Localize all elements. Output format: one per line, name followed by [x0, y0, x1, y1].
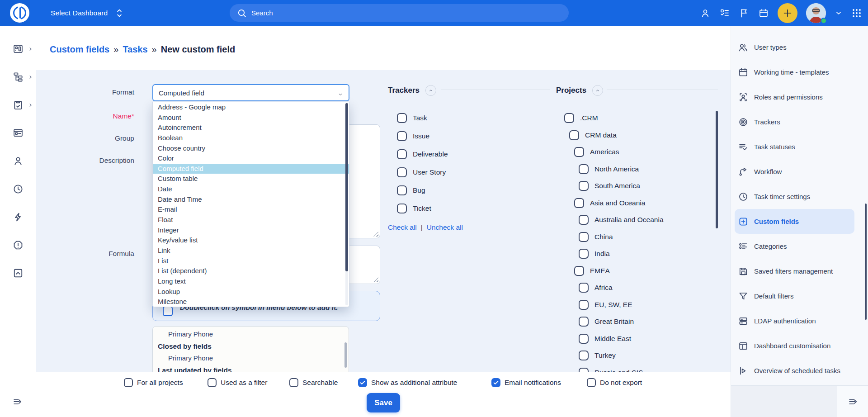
checkbox[interactable]	[574, 147, 584, 157]
tracker-row[interactable]: Deliverable	[397, 149, 448, 159]
sidebar-collapse-button[interactable]	[837, 386, 868, 417]
project-row[interactable]: Australia and Oceania	[579, 215, 664, 225]
sidebar-scrollbar[interactable]	[865, 204, 867, 320]
left-sidebar-item[interactable]	[0, 43, 36, 55]
flag-icon[interactable]	[739, 8, 750, 19]
format-option[interactable]: Key/value list	[153, 235, 349, 246]
checkbox[interactable]	[124, 378, 133, 387]
settings-menu-item[interactable]: Working time - templates	[735, 60, 854, 85]
settings-menu-item[interactable]: Default filters	[735, 284, 854, 308]
project-row[interactable]: China	[579, 232, 664, 242]
field-list-item[interactable]: Primary Phone	[153, 352, 349, 364]
uncheck-all-link[interactable]: Uncheck all	[427, 223, 463, 232]
checkbox[interactable]	[564, 113, 574, 123]
left-sidebar-item[interactable]	[0, 71, 36, 83]
format-option[interactable]: Date	[153, 184, 349, 194]
project-row[interactable]: Middle East	[579, 334, 664, 344]
checkbox[interactable]	[579, 215, 589, 225]
settings-menu-item[interactable]: Custom fields	[735, 209, 854, 234]
checkbox[interactable]	[491, 378, 500, 387]
checkbox[interactable]	[397, 167, 407, 177]
project-row[interactable]: Africa	[579, 283, 664, 293]
settings-menu-item[interactable]: Task timer settings	[735, 184, 854, 209]
project-row[interactable]: North America	[579, 164, 664, 174]
checkbox[interactable]	[569, 130, 579, 140]
trackers-collapse-button[interactable]	[425, 85, 436, 96]
project-row[interactable]: Asia and Oceania	[574, 198, 664, 208]
checkbox[interactable]	[289, 378, 298, 387]
format-option[interactable]: Integer	[153, 225, 349, 236]
settings-menu-item[interactable]: Dashboard customisation	[735, 333, 854, 358]
left-sidebar-item[interactable]	[0, 183, 36, 195]
format-option[interactable]: Address - Google map	[153, 102, 349, 113]
check-all-link[interactable]: Check all	[388, 223, 417, 232]
checkbox[interactable]	[574, 266, 584, 276]
chevron-down-icon[interactable]	[835, 9, 843, 17]
settings-menu-item[interactable]: Overview of scheduled tasks	[735, 358, 854, 383]
checkbox[interactable]	[208, 378, 217, 387]
format-option[interactable]: Autoincrement	[153, 123, 349, 133]
format-select[interactable]: Computed field	[152, 84, 349, 101]
calendar-icon[interactable]	[758, 8, 769, 19]
format-option[interactable]: List (dependent)	[153, 266, 349, 276]
hint-checkbox[interactable]	[163, 306, 173, 316]
left-sidebar-item[interactable]	[0, 239, 36, 251]
settings-menu-item[interactable]: LDAP authentication	[735, 308, 854, 333]
projects-collapse-button[interactable]	[592, 85, 603, 96]
checkbox[interactable]	[579, 317, 589, 327]
format-option[interactable]: Amount	[153, 113, 349, 123]
tracker-row[interactable]: Ticket	[397, 204, 448, 213]
checkbox[interactable]	[587, 378, 596, 387]
format-option[interactable]: E-mail	[153, 204, 349, 215]
format-option[interactable]: Float	[153, 215, 349, 225]
left-sidebar-item[interactable]	[0, 211, 36, 223]
format-option[interactable]: Date and Time	[153, 194, 349, 205]
search-input[interactable]	[251, 9, 545, 17]
dropdown-scrollbar[interactable]	[345, 103, 348, 271]
checkbox[interactable]	[397, 113, 407, 123]
left-sidebar-item[interactable]	[0, 155, 36, 167]
format-option[interactable]: Boolean	[153, 133, 349, 143]
checkbox[interactable]	[579, 351, 589, 360]
format-option[interactable]: Long text	[153, 276, 349, 287]
quick-add-button[interactable]	[778, 3, 797, 23]
checkbox[interactable]	[397, 204, 407, 213]
project-row[interactable]: Great Britain	[579, 317, 664, 327]
tracker-row[interactable]: User Story	[397, 167, 448, 177]
checkbox[interactable]	[579, 300, 589, 310]
checkbox[interactable]	[579, 232, 589, 242]
checklist-icon[interactable]	[719, 8, 730, 19]
format-option[interactable]: Custom table	[153, 174, 349, 184]
person-icon[interactable]	[700, 8, 711, 19]
collapse-icon[interactable]	[12, 396, 24, 408]
listbox-scrollbar[interactable]	[344, 342, 347, 368]
checkbox[interactable]	[579, 334, 589, 344]
settings-menu-item[interactable]: Roles and permissions	[735, 85, 854, 109]
project-row[interactable]: South America	[579, 181, 664, 191]
footer-option[interactable]: Searchable	[289, 378, 338, 387]
project-row[interactable]: CRM data	[569, 130, 664, 140]
project-row[interactable]: India	[579, 249, 664, 259]
checkbox[interactable]	[397, 149, 407, 159]
format-option[interactable]: Computed field	[153, 164, 349, 174]
footer-option[interactable]: Used as a filter	[208, 378, 267, 387]
app-logo[interactable]	[10, 3, 29, 23]
checkbox[interactable]	[358, 378, 367, 387]
checkbox[interactable]	[397, 185, 407, 195]
project-row[interactable]: EMEA	[574, 266, 664, 276]
footer-option[interactable]: Email notifications	[491, 378, 561, 387]
format-option[interactable]: List	[153, 256, 349, 266]
project-row[interactable]: .CRM	[564, 113, 664, 123]
format-option[interactable]: Lookup	[153, 287, 349, 297]
tracker-row[interactable]: Bug	[397, 185, 448, 195]
footer-option[interactable]: Show as additional attribute	[358, 378, 457, 387]
checkbox[interactable]	[579, 283, 589, 293]
checkbox[interactable]	[579, 164, 589, 174]
field-list-item[interactable]: Closed by fields	[153, 340, 349, 352]
format-option[interactable]: Milestone	[153, 297, 349, 307]
project-row[interactable]: EU, SW, EE	[579, 300, 664, 310]
settings-menu-item[interactable]: Trackers	[735, 109, 854, 134]
dashboard-selector[interactable]: Select Dashboard	[51, 0, 125, 26]
field-list-item[interactable]: Primary Phone	[153, 328, 349, 340]
save-button[interactable]: Save	[367, 393, 400, 412]
